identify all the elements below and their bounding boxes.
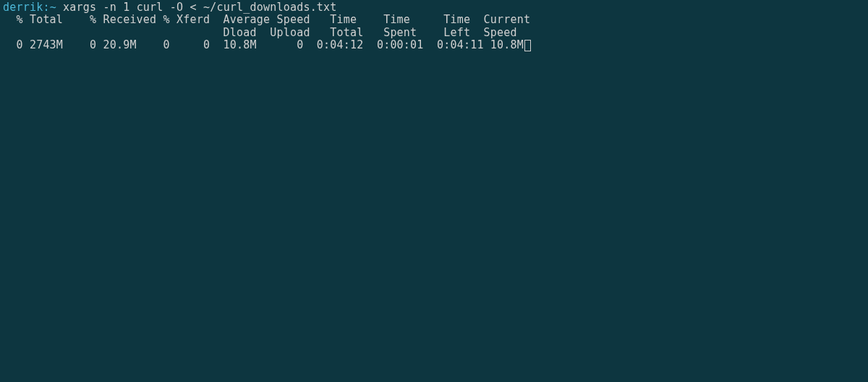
prompt-user: derrik bbox=[3, 1, 43, 14]
prompt-sep-colon: : bbox=[43, 1, 49, 14]
curl-progress-row: 0 2743M 0 20.9M 0 0 10.8M 0 0:04:12 0:00… bbox=[3, 38, 524, 51]
prompt-line: derrik:~ xargs -n 1 curl -O < ~/curl_dow… bbox=[3, 1, 337, 14]
command-text: xargs -n 1 curl -O < ~/curl_downloads.tx… bbox=[63, 1, 336, 14]
prompt-path: ~ bbox=[50, 1, 56, 14]
curl-header-line1: % Total % Received % Xferd Average Speed… bbox=[3, 13, 530, 26]
prompt-separator bbox=[56, 1, 63, 14]
curl-header-line2: Dload Upload Total Spent Left Speed bbox=[3, 26, 517, 39]
cursor-icon bbox=[524, 40, 531, 51]
terminal-window[interactable]: derrik:~ xargs -n 1 curl -O < ~/curl_dow… bbox=[0, 0, 868, 382]
